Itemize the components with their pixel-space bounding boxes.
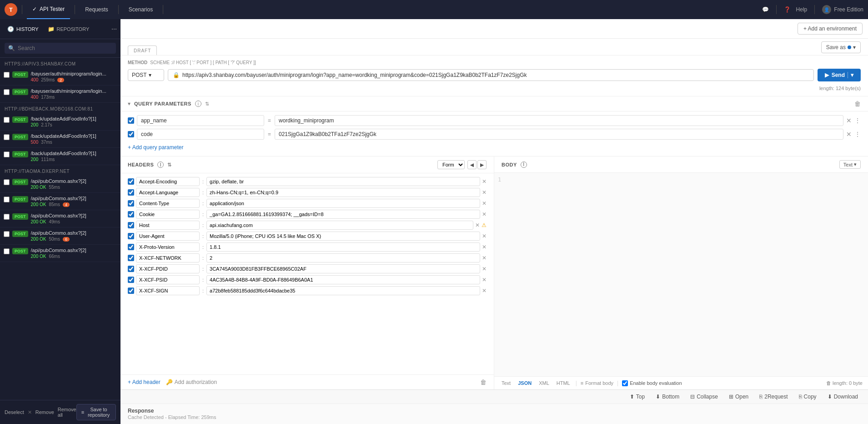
nav-arrow-left[interactable]: ◀ [467,160,477,169]
search-input[interactable] [18,45,112,51]
hdr-val-x-xcf-network[interactable] [206,253,480,262]
hdr-cb-content-type[interactable] [128,200,134,207]
hdr-key-x-xcf-sign[interactable] [136,286,200,295]
body-format-json[interactable]: JSON [516,379,533,387]
hdr-key-accept-encoding[interactable] [136,177,200,186]
add-query-param-button[interactable]: + Add query parameter [128,142,861,152]
hdr-key-host[interactable] [136,221,200,230]
add-environment-button[interactable]: + Add an environment [798,23,863,35]
list-item[interactable]: POST /bayuser/auth/miniprogram/login... … [0,86,120,103]
remove-btn[interactable]: Remove [35,409,54,415]
hdr-del-host[interactable]: ✕ [475,222,480,228]
param-delete-code[interactable]: ✕ [846,131,852,138]
hdr-val-cookie[interactable] [206,210,480,219]
hdr-del-cookie[interactable]: ✕ [482,211,487,217]
item-checkbox[interactable] [4,72,10,78]
item-checkbox[interactable] [4,231,10,237]
headers-form-select[interactable]: Form Raw [437,160,465,169]
list-item[interactable]: POST /back/updateAddFoodInfo?[1] 200 111… [0,148,120,165]
param-val-app-name[interactable] [275,115,843,126]
hdr-cb-user-agent[interactable] [128,233,134,239]
nav-tab-scenarios[interactable]: Scenarios [123,0,158,19]
body-editor[interactable]: 1 [494,173,868,376]
hdr-del-x-proto[interactable]: ✕ [482,244,487,250]
nav-tab-api-tester[interactable]: ✓ API Tester [27,0,70,19]
hdr-del-user-agent[interactable]: ✕ [482,233,487,239]
hdr-key-x-xcf-network[interactable] [136,253,200,262]
delete-params-icon[interactable]: 🗑 [854,100,861,107]
hdr-cb-x-proto[interactable] [128,244,134,250]
hdr-val-user-agent[interactable] [206,232,480,241]
list-item[interactable]: POST /api/pubCommo.ashx?[2] 200 OK 66ms [0,245,120,262]
sidebar-tab-history[interactable]: 🕐 HISTORY [4,23,42,35]
top-button[interactable]: ⬆ Top [627,393,647,401]
hdr-cb-accept-language[interactable] [128,189,134,196]
method-select[interactable]: POST ▾ [128,69,164,81]
list-item[interactable]: POST /back/updateAddFoodInfo?[1] 500 37m… [0,131,120,148]
hdr-cb-cookie[interactable] [128,211,134,217]
item-checkbox[interactable] [4,89,10,95]
param-key-app-name[interactable] [137,115,264,126]
hdr-del-accept-encoding[interactable]: ✕ [482,178,487,185]
list-item[interactable]: POST /api/pubCommo.ashx?[2] 200 OK 55ms [0,176,120,193]
download-button[interactable]: ⬇ Download [825,393,861,401]
hdr-val-x-xcf-pdid[interactable] [206,264,480,273]
help-icon[interactable]: ❓ [784,6,791,13]
open-button[interactable]: ⊞ Open [726,393,751,401]
add-header-button[interactable]: + Add header [128,379,161,385]
enable-eval-checkbox[interactable] [622,380,628,386]
hdr-key-accept-language[interactable] [136,188,200,197]
hdr-del-content-type[interactable]: ✕ [482,200,487,207]
param-checkbox-app-name[interactable] [128,117,134,124]
list-item[interactable]: POST /back/updateAddFoodInfo?[1] 200 2.1… [0,113,120,131]
hdr-del-x-xcf-network[interactable]: ✕ [482,255,487,261]
nav-arrow-right[interactable]: ▶ [477,160,487,169]
body-text-select[interactable]: Text ▾ [839,160,861,169]
item-checkbox[interactable] [4,248,10,254]
collapse-button[interactable]: ⊟ Collapse [687,393,721,401]
param-more-code[interactable]: ⋮ [854,131,861,138]
copy-button[interactable]: ⎘ Copy [796,393,819,401]
hdr-val-x-proto[interactable] [206,242,480,252]
hdr-val-x-xcf-psid[interactable] [206,275,480,284]
remove-all-btn[interactable]: Remove all [58,407,76,418]
chat-icon[interactable]: 💬 [762,6,769,13]
delete-all-headers-button[interactable]: 🗑 [480,379,487,386]
deselect-btn[interactable]: Deselect [5,409,24,415]
item-checkbox[interactable] [4,151,10,157]
hdr-val-accept-encoding[interactable] [206,177,480,186]
item-checkbox[interactable] [4,179,10,185]
param-key-code[interactable] [137,129,264,140]
sidebar-tab-repository[interactable]: 📁 REPOSITORY [44,23,93,35]
save-as-button[interactable]: Save as ▾ [821,41,861,53]
hdr-key-content-type[interactable] [136,199,200,208]
param-checkbox-code[interactable] [128,131,134,137]
hdr-del-x-xcf-pdid[interactable]: ✕ [482,266,487,272]
format-body-button[interactable]: ≡ Format body [581,380,613,386]
body-format-html[interactable]: HTML [555,379,572,387]
delete-body-icon[interactable]: 🗑 [826,380,831,386]
hdr-val-accept-language[interactable] [206,188,480,197]
hdr-val-host[interactable] [206,221,473,230]
list-item[interactable]: POST /api/pubCommo.ashx?[2] 200 OK 85ms … [0,193,120,210]
hdr-key-cookie[interactable] [136,210,200,219]
list-item[interactable]: POST /bayuser/auth/miniprogram/login... … [0,68,120,86]
hdr-key-user-agent[interactable] [136,232,200,241]
hdr-cb-x-xcf-sign[interactable] [128,288,134,294]
hdr-del-x-xcf-psid[interactable]: ✕ [482,277,487,283]
hdr-key-x-xcf-psid[interactable] [136,275,200,284]
param-more-app-name[interactable]: ⋮ [854,117,861,124]
hdr-key-x-proto[interactable] [136,242,200,252]
hdr-cb-x-xcf-network[interactable] [128,255,134,261]
list-item[interactable]: POST /api/pubCommo.ashx?[2] 200 OK 50ms … [0,227,120,245]
hdr-cb-accept-encoding[interactable] [128,178,134,185]
param-val-code[interactable] [275,129,843,140]
add-auth-button[interactable]: 🔑 Add authorization [166,379,217,385]
item-checkbox[interactable] [4,197,10,202]
hdr-cb-x-xcf-pdid[interactable] [128,266,134,272]
hdr-del-accept-language[interactable]: ✕ [482,189,487,196]
request2-button[interactable]: ⎘ 2Request [757,393,790,401]
query-params-header[interactable]: ▾ QUERY PARAMETERS i ⇅ 🗑 [120,96,868,111]
url-input[interactable] [182,72,809,78]
save-to-repository-button[interactable]: ≡ Save to repository [76,404,116,420]
